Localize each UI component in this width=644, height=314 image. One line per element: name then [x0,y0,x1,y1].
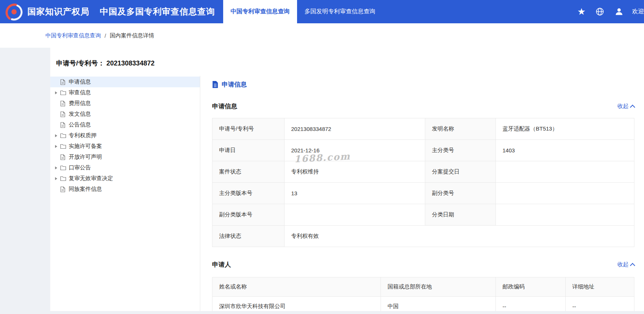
chevron-up-icon [630,104,635,109]
doc-icon [60,111,65,117]
sidebar-item-label: 开放许可声明 [69,153,102,161]
applicant-postcode: -- [496,297,566,311]
doc-icon [60,122,65,128]
column-header: 邮政编码 [496,277,566,297]
user-account-icon[interactable] [614,7,624,17]
field-value: 1403 [496,140,634,161]
field-value: 13 [284,183,425,204]
field-label: 案件状态 [212,161,284,183]
field-value [496,161,634,183]
table-row: 副分类版本号 分类日期 [212,204,634,226]
caret-right-icon[interactable] [55,91,57,94]
doc-icon [60,186,65,192]
collapse-label: 收起 [617,261,628,268]
welcome-text: 欢迎 [632,8,644,16]
org-name: 国家知识产权局 [27,6,89,17]
main-card: 申请号/专利号： 2021308334872 申请信息 审查信息 [50,48,644,311]
favorite-star-icon[interactable]: ★ [577,7,586,16]
folder-icon [60,144,66,149]
sidebar-item-oral-hearing[interactable]: 口审公告 [50,162,200,173]
document-icon [212,81,218,88]
breadcrumb-separator: / [105,33,106,39]
application-info-table: 申请号/专利号 2021308334872 发明名称 蓝牙适配器（BT513） … [212,118,634,247]
doc-icon [60,101,65,107]
folder-icon [60,90,66,95]
doc-icon [60,79,65,85]
sidebar-item-open-license[interactable]: 开放许可声明 [50,152,200,162]
sidebar-item-label: 审查信息 [69,89,91,96]
column-header: 详细地址 [566,277,634,297]
panel-title: 申请信息 [222,80,247,89]
sidebar-item-label: 口审公告 [69,164,91,171]
sidebar-item-reexamination-decision[interactable]: 复审无效审查决定 [50,173,200,184]
collapse-label: 收起 [617,103,628,110]
sidebar-item-label: 实施许可备案 [69,143,102,150]
breadcrumb-home-link[interactable]: 中国专利审查信息查询 [45,32,101,39]
field-value: 蓝牙适配器（BT513） [496,118,634,140]
sidebar-item-label: 专利权质押 [69,132,96,139]
collapse-toggle[interactable]: 收起 [617,261,634,268]
caret-right-icon[interactable] [55,134,57,137]
sidebar-tree: 申请信息 审查信息 费用信息 发文信息 [50,76,200,311]
section-title: 申请信息 [212,102,237,111]
header-tabs: 中国专利审查信息查询 多国发明专利审查信息查询 [223,0,383,23]
field-label: 副分类号 [425,183,496,204]
folder-icon [60,176,66,181]
field-label: 申请日 [212,140,284,161]
sidebar-item-label: 同族案件信息 [69,186,102,193]
sidebar-item-application-info[interactable]: 申请信息 [50,77,200,87]
field-label: 分类日期 [425,204,496,226]
case-number-label: 申请号/专利号： [56,60,105,67]
applicant-name: 深圳市欣华天科技有限公司 [212,297,381,311]
column-header: 姓名或名称 [212,277,381,297]
field-label: 发明名称 [425,118,496,140]
field-value: 2021308334872 [284,118,425,140]
folder-icon [60,165,66,170]
field-value [284,204,425,226]
sidebar-item-patent-family[interactable]: 同族案件信息 [50,184,200,195]
cnipa-logo-icon [4,2,24,21]
sidebar-item-license-record[interactable]: 实施许可备案 [50,141,200,152]
applicant-table: 姓名或名称 国籍或总部所在地 邮政编码 详细地址 深圳市欣华天科技有限公司 中国… [212,277,634,311]
folder-icon [60,133,66,138]
tab-china-patent-search[interactable]: 中国专利审查信息查询 [223,0,297,23]
applicant-section-header: 申请人 收起 [212,260,634,269]
table-row: 案件状态 专利权维持 分案提交日 [212,161,634,183]
field-value [496,183,634,204]
sidebar-item-label: 复审无效审查决定 [69,175,113,182]
field-label: 副分类版本号 [212,204,284,226]
detail-panel: 申请信息 申请信息 收起 申请号/专利号 2021308334872 发明名称 … [200,76,644,311]
doc-icon [60,154,65,160]
table-row: 主分类版本号 13 副分类号 [212,183,634,204]
caret-right-icon[interactable] [55,177,57,180]
field-value [496,204,634,226]
breadcrumb-current: 国内案件信息详情 [110,32,154,39]
caret-right-icon[interactable] [55,166,57,169]
field-value: 2021-12-16 [284,140,425,161]
language-globe-icon[interactable] [595,7,604,16]
breadcrumb: 中国专利审查信息查询 / 国内案件信息详情 [0,23,644,48]
application-section-header: 申请信息 收起 [212,102,634,111]
sidebar-item-notification-info[interactable]: 发文信息 [50,109,200,119]
table-row: 深圳市欣华天科技有限公司 中国 -- -- [212,297,634,311]
applicant-country: 中国 [381,297,496,311]
field-value: 专利权有效 [284,226,634,247]
table-row: 申请号/专利号 2021308334872 发明名称 蓝牙适配器（BT513） [212,118,634,140]
collapse-toggle[interactable]: 收起 [617,103,634,110]
field-label: 法律状态 [212,226,284,247]
sidebar-item-announcement-info[interactable]: 公告信息 [50,119,200,130]
sidebar-item-patent-pledge[interactable]: 专利权质押 [50,130,200,141]
page-title: 申请号/专利号： 2021308334872 [50,48,644,68]
tab-multinational-patent-search[interactable]: 多国发明专利审查信息查询 [297,0,383,23]
table-row: 申请日 2021-12-16 主分类号 1403 [212,140,634,161]
field-label: 分案提交日 [425,161,496,183]
section-title: 申请人 [212,260,231,269]
field-label: 申请号/专利号 [212,118,284,140]
caret-right-icon[interactable] [55,145,57,148]
sidebar-item-label: 费用信息 [69,100,91,107]
field-value: 专利权维持 [284,161,425,183]
sidebar-item-examination-info[interactable]: 审查信息 [50,87,200,98]
sidebar-item-fee-info[interactable]: 费用信息 [50,98,200,109]
site-title: 中国及多国专利审查信息查询 [100,6,215,17]
case-number-value: 2021308334872 [106,60,154,67]
